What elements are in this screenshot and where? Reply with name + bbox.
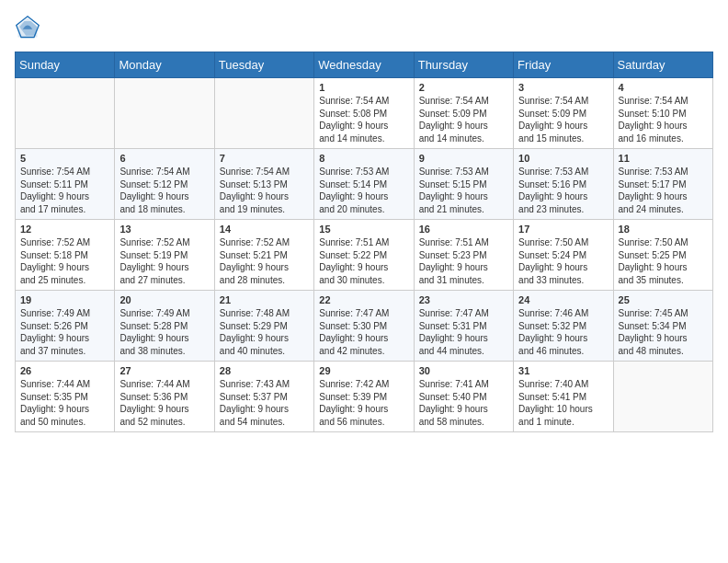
calendar-cell	[613, 362, 712, 432]
day-number: 26	[20, 365, 109, 376]
weekday-header: Monday	[115, 52, 214, 78]
day-number: 3	[518, 82, 608, 93]
day-info: Sunrise: 7:54 AM Sunset: 5:08 PM Dayligh…	[319, 95, 408, 144]
calendar-cell: 9Sunrise: 7:53 AM Sunset: 5:15 PM Daylig…	[414, 149, 513, 220]
day-info: Sunrise: 7:52 AM Sunset: 5:19 PM Dayligh…	[119, 236, 209, 286]
calendar-cell: 24Sunrise: 7:46 AM Sunset: 5:32 PM Dayli…	[514, 291, 613, 362]
calendar-cell: 4Sunrise: 7:54 AM Sunset: 5:10 PM Daylig…	[613, 78, 712, 149]
day-info: Sunrise: 7:40 AM Sunset: 5:41 PM Dayligh…	[518, 378, 608, 428]
calendar-cell: 11Sunrise: 7:53 AM Sunset: 5:17 PM Dayli…	[613, 149, 712, 220]
calendar-week-row: 26Sunrise: 7:44 AM Sunset: 5:35 PM Dayli…	[16, 362, 713, 432]
day-info: Sunrise: 7:49 AM Sunset: 5:28 PM Dayligh…	[119, 307, 209, 357]
day-info: Sunrise: 7:44 AM Sunset: 5:35 PM Dayligh…	[20, 378, 109, 428]
day-number: 28	[220, 365, 309, 376]
calendar-cell	[214, 78, 313, 149]
day-info: Sunrise: 7:54 AM Sunset: 5:09 PM Dayligh…	[419, 95, 508, 144]
day-info: Sunrise: 7:50 AM Sunset: 5:24 PM Dayligh…	[518, 236, 608, 286]
calendar-cell: 17Sunrise: 7:50 AM Sunset: 5:24 PM Dayli…	[514, 220, 613, 291]
day-info: Sunrise: 7:54 AM Sunset: 5:11 PM Dayligh…	[20, 166, 109, 215]
weekday-header: Tuesday	[214, 52, 313, 78]
calendar-cell: 28Sunrise: 7:43 AM Sunset: 5:37 PM Dayli…	[214, 362, 313, 432]
calendar-cell: 21Sunrise: 7:48 AM Sunset: 5:29 PM Dayli…	[214, 291, 313, 362]
day-number: 11	[619, 153, 708, 164]
calendar-week-row: 19Sunrise: 7:49 AM Sunset: 5:26 PM Dayli…	[16, 291, 713, 362]
day-info: Sunrise: 7:47 AM Sunset: 5:30 PM Dayligh…	[319, 307, 408, 357]
calendar-cell: 5Sunrise: 7:54 AM Sunset: 5:11 PM Daylig…	[16, 149, 115, 220]
weekday-header: Sunday	[16, 52, 115, 78]
calendar-cell: 16Sunrise: 7:51 AM Sunset: 5:23 PM Dayli…	[414, 220, 513, 291]
day-info: Sunrise: 7:46 AM Sunset: 5:32 PM Dayligh…	[518, 307, 608, 357]
day-info: Sunrise: 7:51 AM Sunset: 5:23 PM Dayligh…	[419, 236, 508, 286]
calendar-cell: 6Sunrise: 7:54 AM Sunset: 5:12 PM Daylig…	[115, 149, 214, 220]
day-number: 17	[518, 224, 608, 235]
day-number: 5	[20, 153, 109, 164]
day-info: Sunrise: 7:52 AM Sunset: 5:21 PM Dayligh…	[220, 236, 309, 286]
day-number: 16	[419, 224, 508, 235]
calendar-cell: 10Sunrise: 7:53 AM Sunset: 5:16 PM Dayli…	[514, 149, 613, 220]
day-number: 9	[419, 153, 508, 164]
day-number: 29	[319, 365, 408, 376]
calendar-cell: 3Sunrise: 7:54 AM Sunset: 5:09 PM Daylig…	[514, 78, 613, 149]
calendar-cell: 2Sunrise: 7:54 AM Sunset: 5:09 PM Daylig…	[414, 78, 513, 149]
calendar-cell: 22Sunrise: 7:47 AM Sunset: 5:30 PM Dayli…	[314, 291, 414, 362]
calendar-table: SundayMondayTuesdayWednesdayThursdayFrid…	[15, 52, 713, 432]
day-info: Sunrise: 7:42 AM Sunset: 5:39 PM Dayligh…	[319, 378, 408, 428]
calendar-cell: 30Sunrise: 7:41 AM Sunset: 5:40 PM Dayli…	[414, 362, 513, 432]
calendar-cell: 19Sunrise: 7:49 AM Sunset: 5:26 PM Dayli…	[16, 291, 115, 362]
day-number: 20	[119, 294, 209, 305]
day-number: 1	[319, 82, 408, 93]
day-number: 2	[419, 82, 508, 93]
day-number: 30	[419, 365, 508, 376]
day-number: 4	[619, 82, 708, 93]
day-info: Sunrise: 7:54 AM Sunset: 5:09 PM Dayligh…	[518, 95, 608, 144]
logo-icon	[15, 15, 40, 40]
weekday-header: Saturday	[613, 52, 712, 78]
day-info: Sunrise: 7:53 AM Sunset: 5:14 PM Dayligh…	[319, 166, 408, 215]
day-number: 31	[518, 365, 608, 376]
day-info: Sunrise: 7:44 AM Sunset: 5:36 PM Dayligh…	[119, 378, 209, 428]
calendar-cell: 13Sunrise: 7:52 AM Sunset: 5:19 PM Dayli…	[115, 220, 214, 291]
calendar-week-row: 12Sunrise: 7:52 AM Sunset: 5:18 PM Dayli…	[16, 220, 713, 291]
day-number: 21	[220, 294, 309, 305]
day-number: 10	[518, 153, 608, 164]
day-info: Sunrise: 7:54 AM Sunset: 5:13 PM Dayligh…	[220, 166, 309, 215]
day-number: 13	[119, 224, 209, 235]
weekday-header: Friday	[514, 52, 613, 78]
day-info: Sunrise: 7:54 AM Sunset: 5:12 PM Dayligh…	[119, 166, 209, 215]
day-number: 27	[119, 365, 209, 376]
calendar-cell: 14Sunrise: 7:52 AM Sunset: 5:21 PM Dayli…	[214, 220, 313, 291]
day-number: 12	[20, 224, 109, 235]
day-number: 24	[518, 294, 608, 305]
day-number: 19	[20, 294, 109, 305]
day-number: 22	[319, 294, 408, 305]
day-info: Sunrise: 7:52 AM Sunset: 5:18 PM Dayligh…	[20, 236, 109, 286]
day-number: 6	[119, 153, 209, 164]
day-info: Sunrise: 7:51 AM Sunset: 5:22 PM Dayligh…	[319, 236, 408, 286]
page-header	[15, 15, 713, 40]
calendar-cell: 31Sunrise: 7:40 AM Sunset: 5:41 PM Dayli…	[514, 362, 613, 432]
day-info: Sunrise: 7:53 AM Sunset: 5:17 PM Dayligh…	[619, 166, 708, 215]
calendar-cell: 15Sunrise: 7:51 AM Sunset: 5:22 PM Dayli…	[314, 220, 414, 291]
calendar-cell: 25Sunrise: 7:45 AM Sunset: 5:34 PM Dayli…	[613, 291, 712, 362]
day-info: Sunrise: 7:53 AM Sunset: 5:15 PM Dayligh…	[419, 166, 508, 215]
day-number: 7	[220, 153, 309, 164]
day-number: 25	[619, 294, 708, 305]
day-info: Sunrise: 7:48 AM Sunset: 5:29 PM Dayligh…	[220, 307, 309, 357]
day-number: 15	[319, 224, 408, 235]
calendar-cell: 7Sunrise: 7:54 AM Sunset: 5:13 PM Daylig…	[214, 149, 313, 220]
calendar-cell: 29Sunrise: 7:42 AM Sunset: 5:39 PM Dayli…	[314, 362, 414, 432]
weekday-header: Thursday	[414, 52, 513, 78]
calendar-cell: 23Sunrise: 7:47 AM Sunset: 5:31 PM Dayli…	[414, 291, 513, 362]
weekday-header: Wednesday	[314, 52, 414, 78]
calendar-cell	[16, 78, 115, 149]
calendar-cell: 12Sunrise: 7:52 AM Sunset: 5:18 PM Dayli…	[16, 220, 115, 291]
day-info: Sunrise: 7:50 AM Sunset: 5:25 PM Dayligh…	[619, 236, 708, 286]
day-number: 18	[619, 224, 708, 235]
calendar-cell: 18Sunrise: 7:50 AM Sunset: 5:25 PM Dayli…	[613, 220, 712, 291]
calendar-week-row: 1Sunrise: 7:54 AM Sunset: 5:08 PM Daylig…	[16, 78, 713, 149]
day-info: Sunrise: 7:47 AM Sunset: 5:31 PM Dayligh…	[419, 307, 508, 357]
day-number: 14	[220, 224, 309, 235]
logo	[15, 15, 44, 40]
calendar-week-row: 5Sunrise: 7:54 AM Sunset: 5:11 PM Daylig…	[16, 149, 713, 220]
calendar-cell: 26Sunrise: 7:44 AM Sunset: 5:35 PM Dayli…	[16, 362, 115, 432]
